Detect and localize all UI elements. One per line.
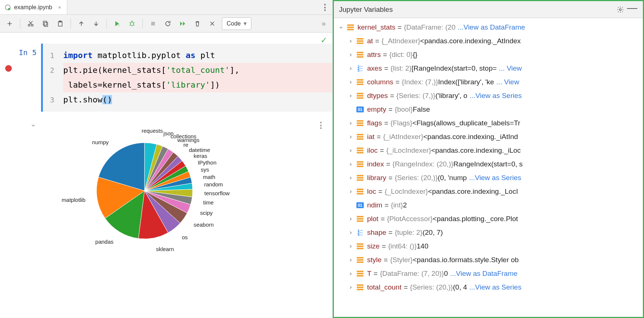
variable-row[interactable]: 01empty={bool} False [337, 102, 643, 116]
collapse-output-toggle[interactable] [17, 121, 41, 254]
variable-row[interactable]: index={RangeIndex: (20,)} RangeIndex(sta… [337, 157, 643, 171]
svg-text:I: I [118, 23, 119, 27]
svg-text:time: time [203, 199, 213, 206]
variable-name: shape [367, 229, 386, 237]
cut-button[interactable] [24, 17, 37, 30]
cell-type-dropdown[interactable]: Code ▾ [222, 17, 251, 30]
view-as-link[interactable]: ... View [499, 64, 522, 72]
variable-value: 0 [444, 270, 448, 278]
variable-row[interactable]: 1—2—3—shape={tuple: 2} (20, 7) [337, 226, 643, 239]
chevron-right-icon[interactable] [346, 78, 355, 86]
variable-value: <pandas.core.indexing._iAtInd [423, 133, 518, 141]
run-cell-button[interactable]: I [111, 17, 124, 30]
chevron-right-icon[interactable] [346, 256, 355, 264]
variable-name: T [367, 270, 372, 278]
chevron-right-icon[interactable] [346, 229, 355, 237]
chevron-right-icon[interactable] [346, 64, 355, 72]
svg-text:os: os [182, 234, 188, 240]
view-as-link[interactable]: ...View as Series [470, 92, 522, 100]
variable-row[interactable]: attrs={dict: 0} {} [337, 48, 643, 61]
chevron-right-icon[interactable] [346, 119, 355, 127]
breakpoint-icon[interactable] [5, 65, 12, 72]
svg-point-1 [8, 8, 10, 10]
view-as-link[interactable]: ...View as Series [469, 174, 521, 182]
variable-row[interactable]: columns={Index: (7,)} Index(['library', … [337, 75, 643, 89]
object-icon [356, 160, 364, 168]
chevron-right-icon[interactable] [346, 270, 355, 278]
variable-name: ndim [367, 201, 382, 209]
variable-type: {Series: (20,)} [395, 174, 438, 182]
view-as-link[interactable]: ...View as DataFrame [450, 270, 518, 278]
variables-tree[interactable]: kernel_stats={DataFrame: (20...View as D… [334, 18, 643, 317]
run-all-button[interactable] [176, 17, 189, 30]
variable-row[interactable]: at={_AtIndexer} <pandas.core.indexing._A… [337, 34, 643, 48]
restart-button[interactable] [161, 17, 174, 30]
move-up-button[interactable] [75, 17, 88, 30]
variable-value: <pandas.plotting._core.Plot [433, 215, 518, 223]
variable-row[interactable]: loc={_LocIndexer} <pandas.core.indexing.… [337, 185, 643, 198]
chevron-right-icon[interactable] [346, 187, 355, 196]
chevron-right-icon[interactable] [346, 37, 355, 45]
variable-row[interactable]: iloc={_iLocIndexer} <pandas.core.indexin… [337, 143, 643, 157]
toolbar-overflow-icon[interactable]: » [318, 19, 329, 28]
view-as-link[interactable]: ...View as DataFrame [458, 23, 525, 31]
chevron-right-icon[interactable] [346, 174, 355, 182]
variable-row[interactable]: total_count={Series: (20,)} (0, 4...View… [337, 280, 643, 294]
variable-name: style [367, 256, 382, 264]
chevron-right-icon[interactable] [346, 92, 355, 100]
paste-button[interactable] [54, 17, 67, 30]
view-as-link[interactable]: ... View [496, 78, 519, 86]
chevron-right-icon[interactable] [346, 283, 355, 291]
variable-row-root[interactable]: kernel_stats={DataFrame: (20...View as D… [337, 20, 643, 34]
chevron-right-icon[interactable] [346, 51, 355, 59]
tab-overflow-icon[interactable]: ⋮ [318, 3, 332, 12]
object-icon [356, 270, 364, 278]
chevron-right-icon[interactable] [346, 242, 355, 250]
minimize-icon[interactable]: — [627, 2, 638, 17]
copy-button[interactable] [39, 17, 52, 30]
editor: ✓ In 5 1 2 3 import matplotlib.pyplot as… [0, 33, 332, 318]
variable-type: {Flags} [390, 119, 412, 127]
variable-row[interactable]: T={DataFrame: (7, 20)} 0 ...View as Data… [337, 267, 643, 280]
code-editor[interactable]: import matplotlib.pyplot as plt plt.pie(… [57, 44, 332, 112]
variable-row[interactable]: 1—2—3—axes={list: 2} [RangeIndex(start=0… [337, 61, 643, 75]
code-cell[interactable]: In 5 1 2 3 import matplotlib.pyplot as p… [0, 44, 332, 112]
debug-cell-button[interactable] [125, 17, 139, 30]
variable-name: axes [367, 64, 382, 72]
tab-close-icon[interactable]: × [58, 4, 61, 10]
variable-row[interactable]: style={Styler} <pandas.io.formats.style.… [337, 253, 643, 267]
svg-text:seaborn: seaborn [194, 221, 214, 228]
variable-row[interactable]: size={int64: ()} 140 [337, 239, 643, 253]
delete-cell-button[interactable] [191, 17, 204, 30]
clear-outputs-button[interactable] [206, 17, 219, 30]
variable-row[interactable]: iat={_iAtIndexer} <pandas.core.indexing.… [337, 130, 643, 143]
tab-example[interactable]: example.ipynb × [0, 0, 67, 14]
variable-row[interactable]: plot={PlotAccessor} <pandas.plotting._co… [337, 212, 643, 226]
variable-row[interactable]: 01ndim={int} 2 [337, 198, 643, 212]
variable-row[interactable]: dtypes={Series: (7,)} ('library', o...Vi… [337, 89, 643, 102]
chevron-down-icon[interactable] [337, 23, 345, 31]
variable-name: total_count [367, 283, 401, 291]
variable-row[interactable]: library={Series: (20,)} (0, 'nump...View… [337, 171, 643, 185]
line-numbers: 1 2 3 [41, 44, 57, 112]
variable-type: {_AtIndexer} [382, 37, 420, 45]
gear-icon[interactable] [614, 3, 627, 16]
output-more-icon[interactable]: ⋮ [317, 121, 325, 130]
svg-text:requests: requests [142, 128, 163, 134]
variable-row[interactable]: flags={Flags} <Flags(allows_duplicate_la… [337, 116, 643, 130]
interrupt-button[interactable] [146, 17, 160, 30]
svg-text:scipy: scipy [200, 210, 213, 216]
move-down-button[interactable] [89, 17, 103, 30]
view-as-link[interactable]: ...View as Series [469, 283, 521, 291]
variable-type: {DataFrame: (20 [404, 23, 455, 31]
svg-point-9 [131, 22, 133, 26]
chevron-right-icon[interactable] [346, 215, 355, 223]
variable-type: {int64: ()} [388, 242, 417, 250]
add-cell-button[interactable] [3, 17, 16, 30]
object-icon [356, 215, 364, 223]
chevron-right-icon[interactable] [346, 160, 355, 168]
pie-chart: numpymatplotlibpandassklearnosseabornsci… [52, 121, 244, 254]
chevron-right-icon[interactable] [346, 133, 355, 141]
variable-name: kernel_stats [357, 23, 395, 31]
chevron-right-icon[interactable] [346, 146, 355, 155]
